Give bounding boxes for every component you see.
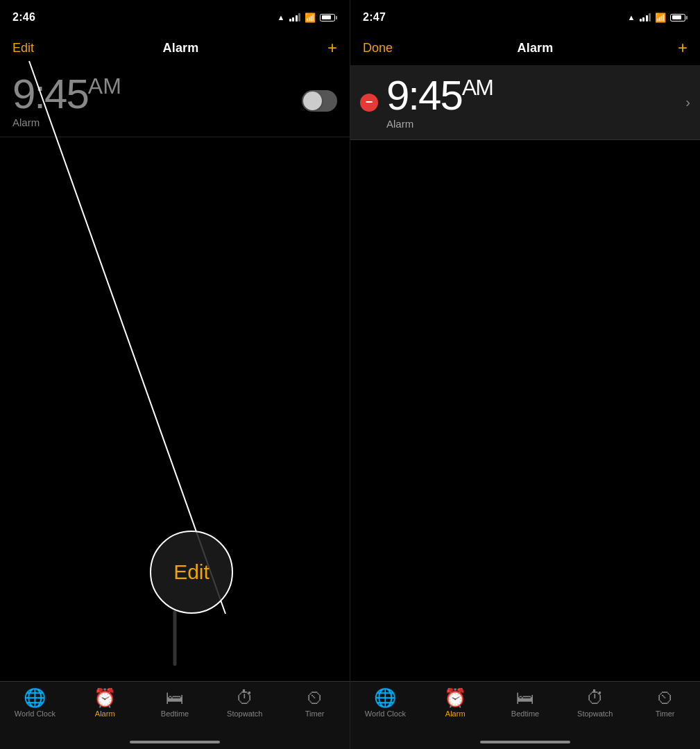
chevron-right-icon: › xyxy=(685,94,690,110)
left-status-time: 2:46 xyxy=(12,11,35,24)
right-tab-alarm[interactable]: ⏰ Alarm xyxy=(420,689,490,718)
right-status-icons: ▲ 📶 xyxy=(628,12,688,23)
battery-icon xyxy=(320,14,337,21)
world-clock-label: World Clock xyxy=(15,709,56,718)
alarm-toggle[interactable] xyxy=(302,90,337,112)
right-alarm-row[interactable]: − 9:45AM Alarm › xyxy=(350,65,700,140)
right-panel: 2:47 ▲ 📶 Done Alarm + − 9:45AM xyxy=(350,0,700,749)
right-status-time: 2:47 xyxy=(363,11,386,24)
right-stopwatch-label: Stopwatch xyxy=(577,709,613,718)
right-nav-title: Alarm xyxy=(517,41,553,55)
right-wifi-icon: 📶 xyxy=(655,12,666,23)
minus-icon: − xyxy=(366,96,373,108)
world-clock-icon: 🌐 xyxy=(24,689,46,707)
left-alarm-row[interactable]: 9:45AM Alarm xyxy=(0,65,350,137)
tab-bedtime[interactable]: 🛏 Bedtime xyxy=(140,689,210,718)
location-icon: ▲ xyxy=(278,13,285,21)
left-panel: 2:46 ▲ 📶 Edit Alarm + 9:45AM Alarm xyxy=(0,0,350,749)
wifi-icon: 📶 xyxy=(305,12,316,23)
timer-label: Timer xyxy=(305,709,325,718)
right-location-icon: ▲ xyxy=(628,13,635,21)
left-nav-title: Alarm xyxy=(162,41,198,55)
right-bedtime-icon: 🛏 xyxy=(516,689,534,707)
right-alarm-content: 9:45AM Alarm xyxy=(386,75,677,130)
tab-world-clock[interactable]: 🌐 World Clock xyxy=(0,689,70,718)
left-alarm-time: 9:45AM xyxy=(12,74,121,115)
stopwatch-icon: ⏱ xyxy=(236,689,254,707)
delete-alarm-button[interactable]: − xyxy=(360,94,378,112)
right-nav-bar: Done Alarm + xyxy=(350,31,700,65)
left-nav-bar: Edit Alarm + xyxy=(0,31,350,65)
right-battery-icon xyxy=(670,14,688,21)
stopwatch-label: Stopwatch xyxy=(227,709,262,718)
left-alarm-time-block: 9:45AM Alarm xyxy=(12,74,121,128)
svg-line-0 xyxy=(29,61,225,614)
right-status-bar: 2:47 ▲ 📶 xyxy=(350,0,700,31)
right-content-area xyxy=(350,140,700,749)
right-tab-bedtime[interactable]: 🛏 Bedtime xyxy=(490,689,561,718)
right-alarm-label-tab: Alarm xyxy=(445,709,466,718)
right-tab-timer[interactable]: ⏲ Timer xyxy=(630,689,700,718)
right-timer-icon: ⏲ xyxy=(656,689,674,707)
left-status-bar: 2:46 ▲ 📶 xyxy=(0,0,350,31)
home-indicator xyxy=(130,741,220,743)
edit-button[interactable]: Edit xyxy=(12,41,34,55)
right-alarm-time: 9:45AM xyxy=(386,75,677,117)
right-signal-bars-icon xyxy=(640,13,651,21)
alarm-label-tab: Alarm xyxy=(95,709,115,718)
left-alarm-label: Alarm xyxy=(12,117,121,128)
edit-circle-label: Edit xyxy=(173,560,210,584)
right-world-clock-icon: 🌐 xyxy=(374,689,396,707)
add-alarm-button[interactable]: + xyxy=(327,40,337,56)
right-timer-label: Timer xyxy=(656,709,675,718)
tab-stopwatch[interactable]: ⏱ Stopwatch xyxy=(210,689,280,718)
toggle-knob xyxy=(303,92,322,110)
right-world-clock-label: World Clock xyxy=(365,709,406,718)
right-alarm-label: Alarm xyxy=(386,118,677,130)
alarm-icon: ⏰ xyxy=(94,689,116,707)
right-alarm-icon: ⏰ xyxy=(444,689,466,707)
done-button[interactable]: Done xyxy=(363,41,393,55)
bedtime-label: Bedtime xyxy=(161,709,189,718)
left-status-icons: ▲ 📶 xyxy=(278,12,337,23)
right-add-alarm-button[interactable]: + xyxy=(678,40,688,56)
tab-timer[interactable]: ⏲ Timer xyxy=(280,689,350,718)
right-tab-world-clock[interactable]: 🌐 World Clock xyxy=(350,689,420,718)
right-stopwatch-icon: ⏱ xyxy=(586,689,604,707)
right-bedtime-label: Bedtime xyxy=(511,709,539,718)
left-tab-bar: 🌐 World Clock ⏰ Alarm 🛏 Bedtime ⏱ Stopwa… xyxy=(0,681,350,749)
right-home-indicator xyxy=(480,741,570,743)
right-tab-stopwatch[interactable]: ⏱ Stopwatch xyxy=(560,689,630,718)
bedtime-icon: 🛏 xyxy=(166,689,184,707)
timer-icon: ⏲ xyxy=(306,689,324,707)
right-tab-bar: 🌐 World Clock ⏰ Alarm 🛏 Bedtime ⏱ Stopwa… xyxy=(350,681,700,749)
scroll-indicator xyxy=(173,610,177,666)
signal-bars-icon xyxy=(289,13,301,21)
tab-alarm[interactable]: ⏰ Alarm xyxy=(70,689,140,718)
edit-annotation-circle: Edit xyxy=(150,531,233,614)
